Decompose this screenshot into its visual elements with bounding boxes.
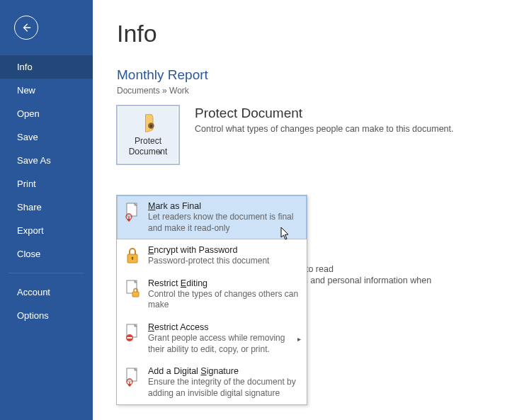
nav-separator — [8, 273, 84, 273]
nav-item-info[interactable]: Info — [0, 55, 93, 79]
menu-item-mark-final[interactable]: Mark as FinalLet readers know the docume… — [117, 195, 307, 239]
mark-final-icon — [124, 201, 141, 222]
encrypt-icon — [124, 245, 141, 266]
submenu-arrow-icon: ▸ — [297, 335, 301, 343]
dropdown-arrow-icon: ▾ — [159, 149, 161, 157]
nav-item-export[interactable]: Export — [0, 219, 93, 242]
digital-sig-icon — [124, 366, 141, 387]
menu-item-digital-sig[interactable]: Add a Digital SignatureEnsure the integr… — [117, 361, 307, 404]
page-heading: Info — [117, 20, 491, 47]
menu-item-desc: Let readers know the document is final a… — [148, 212, 300, 234]
menu-item-desc: Grant people access while removing their… — [148, 333, 300, 355]
document-title: Monthly Report — [117, 67, 491, 83]
protect-section-body: Protect Document Control what types of c… — [195, 106, 454, 134]
menu-item-restrict-access[interactable]: Restrict AccessGrant people access while… — [117, 317, 307, 361]
nav-item-saveas[interactable]: Save As — [0, 149, 93, 172]
svg-rect-6 — [132, 258, 132, 260]
menu-item-title: Encrypt with Password — [148, 245, 300, 255]
breadcrumb: Documents » Work — [117, 86, 491, 96]
menu-item-desc: Password-protect this document — [148, 256, 300, 267]
nav-list: InfoNewOpenSaveSave AsPrintShareExportCl… — [0, 55, 93, 266]
menu-item-encrypt[interactable]: Encrypt with PasswordPassword-protect th… — [117, 239, 307, 273]
nav-item-options[interactable]: Options — [0, 304, 93, 327]
menu-item-title: Restrict Editing — [148, 278, 300, 288]
menu-item-title: Mark as Final — [148, 201, 300, 211]
protect-button-label: Protect Document ▾ — [129, 136, 168, 157]
protect-title: Protect Document — [195, 106, 454, 121]
menu-item-title: Restrict Access — [148, 322, 300, 332]
svg-rect-8 — [132, 292, 139, 297]
nav-item-print[interactable]: Print — [0, 172, 93, 195]
nav-footer: AccountOptions — [0, 280, 93, 327]
restrict-edit-icon — [124, 278, 141, 300]
nav-item-open[interactable]: Open — [0, 102, 93, 125]
menu-item-restrict-edit[interactable]: Restrict EditingControl the types of cha… — [117, 273, 307, 317]
nav-item-share[interactable]: Share — [0, 195, 93, 219]
svg-rect-1 — [150, 125, 153, 127]
backstage-sidebar: InfoNewOpenSaveSave AsPrintShareExportCl… — [0, 0, 93, 420]
protect-section: Protect Document ▾ Protect Document Cont… — [117, 106, 491, 164]
menu-item-desc: Control the types of changes others can … — [148, 289, 300, 311]
back-arrow-icon — [21, 23, 31, 33]
restrict-access-icon — [124, 322, 141, 344]
protect-desc: Control what types of changes people can… — [195, 124, 454, 134]
menu-item-desc: Ensure the integrity of the document by … — [148, 377, 300, 399]
protect-document-menu: Mark as FinalLet readers know the docume… — [116, 195, 307, 405]
shield-lock-icon — [138, 113, 158, 133]
back-button[interactable] — [14, 16, 38, 40]
nav-item-close[interactable]: Close — [0, 242, 93, 266]
svg-rect-11 — [127, 337, 132, 339]
nav-item-new[interactable]: New — [0, 79, 93, 102]
protect-document-button[interactable]: Protect Document ▾ — [117, 106, 179, 164]
menu-item-title: Add a Digital Signature — [148, 366, 300, 376]
nav-item-save[interactable]: Save — [0, 125, 93, 149]
nav-item-account[interactable]: Account — [0, 280, 93, 304]
